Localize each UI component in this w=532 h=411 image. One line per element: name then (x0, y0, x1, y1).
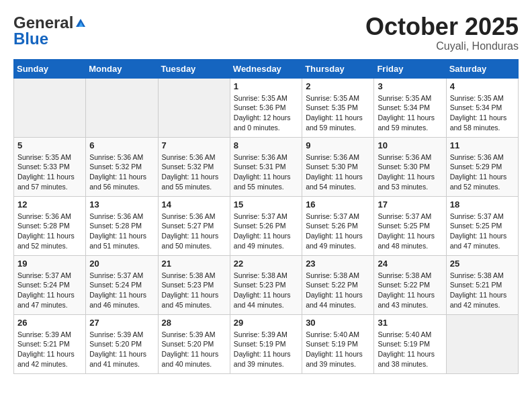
day-number: 4 (450, 81, 515, 91)
day-number: 24 (378, 259, 442, 269)
day-number: 3 (378, 81, 442, 91)
day-info: Sunrise: 5:40 AM Sunset: 5:19 PM Dayligh… (378, 330, 442, 369)
day-number: 30 (306, 318, 370, 328)
day-cell: 7Sunrise: 5:36 AM Sunset: 5:32 PM Daylig… (158, 137, 230, 196)
day-info: Sunrise: 5:39 AM Sunset: 5:20 PM Dayligh… (162, 330, 226, 369)
day-cell (14, 78, 86, 137)
day-cell: 25Sunrise: 5:38 AM Sunset: 5:21 PM Dayli… (446, 255, 518, 314)
day-info: Sunrise: 5:36 AM Sunset: 5:29 PM Dayligh… (450, 152, 515, 192)
day-info: Sunrise: 5:37 AM Sunset: 5:24 PM Dayligh… (17, 271, 82, 310)
day-cell: 10Sunrise: 5:36 AM Sunset: 5:30 PM Dayli… (374, 137, 446, 196)
week-row-3: 12Sunrise: 5:36 AM Sunset: 5:28 PM Dayli… (14, 196, 519, 255)
week-row-4: 19Sunrise: 5:37 AM Sunset: 5:24 PM Dayli… (14, 255, 519, 314)
day-cell: 14Sunrise: 5:36 AM Sunset: 5:27 PM Dayli… (158, 196, 230, 255)
day-cell: 15Sunrise: 5:37 AM Sunset: 5:26 PM Dayli… (230, 196, 302, 255)
day-number: 16 (306, 199, 370, 210)
day-info: Sunrise: 5:36 AM Sunset: 5:31 PM Dayligh… (234, 152, 298, 192)
day-number: 26 (17, 318, 82, 328)
col-header-friday: Friday (374, 59, 446, 78)
week-row-5: 26Sunrise: 5:39 AM Sunset: 5:21 PM Dayli… (14, 314, 519, 373)
day-cell: 9Sunrise: 5:36 AM Sunset: 5:30 PM Daylig… (302, 137, 374, 196)
col-header-monday: Monday (86, 59, 158, 78)
day-number: 15 (234, 199, 298, 210)
day-info: Sunrise: 5:36 AM Sunset: 5:30 PM Dayligh… (306, 152, 370, 192)
day-number: 22 (234, 259, 298, 269)
day-number: 28 (162, 318, 226, 328)
day-cell: 26Sunrise: 5:39 AM Sunset: 5:21 PM Dayli… (14, 314, 86, 373)
day-cell: 12Sunrise: 5:36 AM Sunset: 5:28 PM Dayli… (14, 196, 86, 255)
day-info: Sunrise: 5:39 AM Sunset: 5:21 PM Dayligh… (17, 330, 82, 369)
day-info: Sunrise: 5:37 AM Sunset: 5:25 PM Dayligh… (450, 212, 515, 251)
day-info: Sunrise: 5:35 AM Sunset: 5:36 PM Dayligh… (234, 93, 298, 133)
day-cell: 24Sunrise: 5:38 AM Sunset: 5:22 PM Dayli… (374, 255, 446, 314)
calendar-table: SundayMondayTuesdayWednesdayThursdayFrid… (13, 59, 519, 374)
logo: General Blue (13, 13, 87, 48)
col-header-saturday: Saturday (446, 59, 518, 78)
day-info: Sunrise: 5:37 AM Sunset: 5:25 PM Dayligh… (378, 212, 442, 251)
day-info: Sunrise: 5:38 AM Sunset: 5:23 PM Dayligh… (234, 271, 298, 310)
day-number: 13 (89, 199, 154, 210)
day-cell: 6Sunrise: 5:36 AM Sunset: 5:32 PM Daylig… (86, 137, 158, 196)
day-number: 9 (306, 140, 370, 150)
day-info: Sunrise: 5:35 AM Sunset: 5:35 PM Dayligh… (306, 93, 370, 133)
day-cell: 27Sunrise: 5:39 AM Sunset: 5:20 PM Dayli… (86, 314, 158, 373)
day-info: Sunrise: 5:38 AM Sunset: 5:21 PM Dayligh… (450, 271, 515, 310)
col-header-thursday: Thursday (302, 59, 374, 78)
day-info: Sunrise: 5:39 AM Sunset: 5:20 PM Dayligh… (89, 330, 154, 369)
day-cell: 23Sunrise: 5:38 AM Sunset: 5:22 PM Dayli… (302, 255, 374, 314)
day-cell: 8Sunrise: 5:36 AM Sunset: 5:31 PM Daylig… (230, 137, 302, 196)
col-header-tuesday: Tuesday (158, 59, 230, 78)
day-number: 19 (17, 259, 82, 269)
day-cell: 21Sunrise: 5:38 AM Sunset: 5:23 PM Dayli… (158, 255, 230, 314)
day-number: 25 (450, 259, 515, 269)
day-number: 12 (17, 199, 82, 210)
day-info: Sunrise: 5:36 AM Sunset: 5:30 PM Dayligh… (378, 152, 442, 192)
day-cell (158, 78, 230, 137)
day-cell: 13Sunrise: 5:36 AM Sunset: 5:28 PM Dayli… (86, 196, 158, 255)
day-number: 7 (162, 140, 226, 150)
day-info: Sunrise: 5:37 AM Sunset: 5:26 PM Dayligh… (234, 212, 298, 251)
day-cell: 18Sunrise: 5:37 AM Sunset: 5:25 PM Dayli… (446, 196, 518, 255)
day-cell: 22Sunrise: 5:38 AM Sunset: 5:23 PM Dayli… (230, 255, 302, 314)
day-cell: 5Sunrise: 5:35 AM Sunset: 5:33 PM Daylig… (14, 137, 86, 196)
day-info: Sunrise: 5:37 AM Sunset: 5:24 PM Dayligh… (89, 271, 154, 310)
day-cell: 28Sunrise: 5:39 AM Sunset: 5:20 PM Dayli… (158, 314, 230, 373)
day-info: Sunrise: 5:36 AM Sunset: 5:28 PM Dayligh… (89, 212, 154, 251)
day-cell (446, 314, 518, 373)
day-info: Sunrise: 5:35 AM Sunset: 5:33 PM Dayligh… (17, 152, 82, 192)
col-header-wednesday: Wednesday (230, 59, 302, 78)
day-cell: 29Sunrise: 5:39 AM Sunset: 5:19 PM Dayli… (230, 314, 302, 373)
day-cell: 4Sunrise: 5:35 AM Sunset: 5:34 PM Daylig… (446, 78, 518, 137)
day-number: 27 (89, 318, 154, 328)
month-title: October 2025 (365, 13, 519, 40)
day-info: Sunrise: 5:38 AM Sunset: 5:23 PM Dayligh… (162, 271, 226, 310)
title-block: October 2025 Cuyali, Honduras (365, 13, 519, 52)
day-number: 31 (378, 318, 442, 328)
day-number: 1 (234, 81, 298, 91)
day-number: 21 (162, 259, 226, 269)
day-info: Sunrise: 5:38 AM Sunset: 5:22 PM Dayligh… (378, 271, 442, 310)
logo-blue: Blue (13, 30, 48, 48)
day-number: 2 (306, 81, 370, 91)
week-row-1: 1Sunrise: 5:35 AM Sunset: 5:36 PM Daylig… (14, 78, 519, 137)
day-info: Sunrise: 5:35 AM Sunset: 5:34 PM Dayligh… (378, 93, 442, 133)
day-info: Sunrise: 5:36 AM Sunset: 5:32 PM Dayligh… (162, 152, 226, 192)
day-cell (86, 78, 158, 137)
day-number: 20 (89, 259, 154, 269)
day-number: 11 (450, 140, 515, 150)
day-number: 18 (450, 199, 515, 210)
day-info: Sunrise: 5:38 AM Sunset: 5:22 PM Dayligh… (306, 271, 370, 310)
day-number: 6 (89, 140, 154, 150)
day-info: Sunrise: 5:36 AM Sunset: 5:27 PM Dayligh… (162, 212, 226, 251)
day-number: 14 (162, 199, 226, 210)
day-info: Sunrise: 5:36 AM Sunset: 5:28 PM Dayligh… (17, 212, 82, 251)
day-info: Sunrise: 5:39 AM Sunset: 5:19 PM Dayligh… (234, 330, 298, 369)
day-cell: 20Sunrise: 5:37 AM Sunset: 5:24 PM Dayli… (86, 255, 158, 314)
day-number: 29 (234, 318, 298, 328)
day-cell: 16Sunrise: 5:37 AM Sunset: 5:26 PM Dayli… (302, 196, 374, 255)
day-cell: 30Sunrise: 5:40 AM Sunset: 5:19 PM Dayli… (302, 314, 374, 373)
day-number: 10 (378, 140, 442, 150)
day-info: Sunrise: 5:37 AM Sunset: 5:26 PM Dayligh… (306, 212, 370, 251)
day-cell: 3Sunrise: 5:35 AM Sunset: 5:34 PM Daylig… (374, 78, 446, 137)
day-info: Sunrise: 5:40 AM Sunset: 5:19 PM Dayligh… (306, 330, 370, 369)
